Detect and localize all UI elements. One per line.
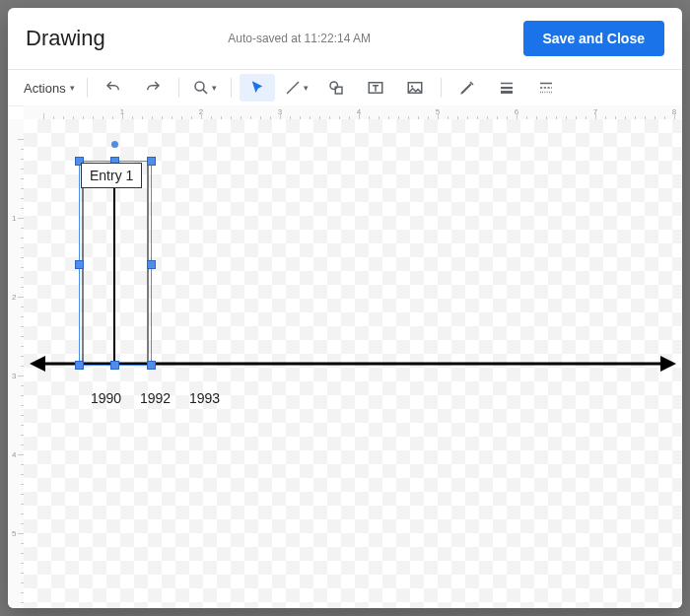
dropdown-caret-icon: ▾ [70,83,75,93]
canvas-area: 12345678 123456 Ent [8,105,682,608]
toolbar-separator [231,78,232,98]
list-alt-icon [537,79,555,97]
shape-icon [327,79,345,97]
image-icon [406,79,424,97]
svg-marker-15 [30,356,45,372]
toolbar-separator [441,78,442,98]
dialog-header: Drawing Auto-saved at 11:22:14 AM Save a… [8,8,682,70]
list-icon [498,79,516,97]
select-tool[interactable] [240,74,275,102]
redo-icon [144,79,162,97]
svg-line-1 [203,90,207,94]
rotate-handle[interactable] [111,141,118,148]
selection-handle-top-right[interactable] [147,157,156,166]
svg-point-0 [195,82,204,91]
svg-line-2 [287,82,299,94]
redo-button[interactable] [135,74,171,102]
vertical-ruler: 123456 [8,119,25,608]
cursor-icon [248,79,266,97]
ruler-v-label: 4 [12,450,16,459]
ruler-v-label: 1 [12,214,16,223]
selection-handle-bottom-left[interactable] [75,361,84,370]
entry-textbox[interactable]: Entry 1 [81,163,142,188]
horizontal-ruler: 12345678 [24,105,682,120]
line-style-tool[interactable] [528,74,564,102]
ruler-v-label: 5 [12,529,16,538]
image-tool[interactable] [397,74,433,102]
undo-button[interactable] [96,74,131,102]
line-tool[interactable]: ▾ [279,74,314,102]
autosave-status: Auto-saved at 11:22:14 AM [76,32,523,45]
selection-handle-middle-left[interactable] [75,260,84,269]
actions-label: Actions [24,81,66,96]
undo-icon [104,79,122,97]
svg-marker-16 [660,356,676,372]
drawing-canvas[interactable]: Entry 1 1990 1992 1993 [24,119,682,608]
selection-box[interactable] [79,161,152,366]
text-box-icon [367,79,384,97]
year-label-2: 1992 [140,390,171,406]
zoom-button[interactable]: ▾ [187,74,223,102]
ruler-v-label: 3 [12,372,16,380]
save-and-close-button[interactable]: Save and Close [523,21,665,56]
ruler-v-label: 6 [12,608,16,609]
line-icon [284,79,302,97]
ruler-v-label: 2 [12,293,16,302]
selection-handle-bottom-right[interactable] [147,361,156,370]
toolbar-separator [178,78,179,98]
selection-handle-bottom-middle[interactable] [110,361,119,370]
pencil-icon [458,79,476,97]
dropdown-caret-icon: ▾ [212,83,217,93]
toolbar-separator [87,78,88,98]
selection-handle-middle-right[interactable] [147,260,156,269]
shape-tool[interactable] [318,74,354,102]
svg-point-3 [330,82,338,90]
toolbar: Actions ▾ ▾ [8,70,682,106]
drawing-dialog: Drawing Auto-saved at 11:22:14 AM Save a… [8,8,682,608]
zoom-icon [192,79,210,97]
actions-menu[interactable]: Actions ▾ [20,74,79,102]
year-label-1: 1990 [91,390,121,406]
line-weight-tool[interactable] [489,74,524,102]
year-label-3: 1993 [189,390,220,406]
textbox-tool[interactable] [358,74,393,102]
pencil-tool[interactable] [449,74,485,102]
dropdown-caret-icon: ▾ [304,83,309,93]
svg-point-7 [411,85,413,87]
